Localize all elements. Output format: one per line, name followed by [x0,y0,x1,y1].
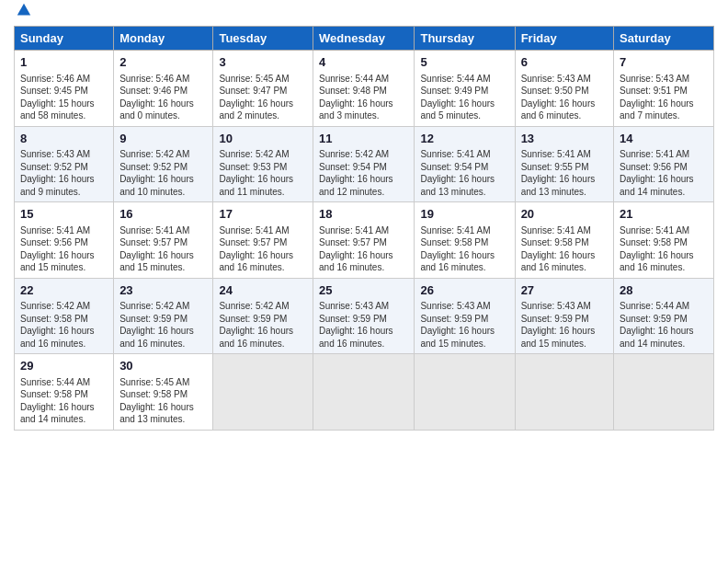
calendar-cell: 7Sunrise: 5:43 AMSunset: 9:51 PMDaylight… [614,51,714,127]
sunset-text: Sunset: 9:58 PM [20,314,88,324]
daylight-text: Daylight: 16 hours and 16 minutes. [319,250,393,273]
sunrise-text: Sunrise: 5:41 AM [20,225,90,236]
calendar-cell: 2Sunrise: 5:46 AMSunset: 9:46 PMDaylight… [114,51,213,127]
sunset-text: Sunset: 9:47 PM [219,86,287,96]
calendar-cell: 15Sunrise: 5:41 AMSunset: 9:56 PMDayligh… [15,202,114,279]
day-number: 3 [219,54,307,71]
daylight-text: Daylight: 16 hours and 16 minutes. [620,250,694,273]
daylight-text: Daylight: 16 hours and 0 minutes. [119,98,194,121]
sunset-text: Sunset: 9:58 PM [521,237,589,247]
calendar-cell: 21Sunrise: 5:41 AMSunset: 9:58 PMDayligh… [614,202,714,279]
calendar-week-row: 22Sunrise: 5:42 AMSunset: 9:58 PMDayligh… [15,278,714,354]
sunset-text: Sunset: 9:57 PM [119,237,188,247]
calendar-cell: 29Sunrise: 5:44 AMSunset: 9:58 PMDayligh… [15,354,114,431]
daylight-text: Daylight: 16 hours and 13 minutes. [521,174,596,197]
calendar-week-row: 8Sunrise: 5:43 AMSunset: 9:52 PMDaylight… [15,126,714,202]
sunset-text: Sunset: 9:45 PM [20,86,88,96]
calendar-cell [515,354,613,431]
calendar-cell: 20Sunrise: 5:41 AMSunset: 9:58 PMDayligh… [515,202,613,279]
daylight-text: Daylight: 16 hours and 16 minutes. [20,326,95,349]
calendar-cell: 8Sunrise: 5:43 AMSunset: 9:52 PMDaylight… [15,126,114,202]
sunrise-text: Sunrise: 5:41 AM [620,149,689,159]
sunrise-text: Sunrise: 5:41 AM [521,225,591,236]
daylight-text: Daylight: 16 hours and 13 minutes. [119,402,194,425]
calendar-cell: 30Sunrise: 5:45 AMSunset: 9:58 PMDayligh… [114,354,213,431]
day-number: 28 [620,282,708,299]
day-number: 4 [319,54,408,71]
calendar-table: SundayMondayTuesdayWednesdayThursdayFrid… [14,26,714,431]
sunset-text: Sunset: 9:59 PM [219,314,287,324]
sunset-text: Sunset: 9:58 PM [620,237,688,247]
calendar-cell: 16Sunrise: 5:41 AMSunset: 9:57 PMDayligh… [114,202,213,279]
calendar-cell: 23Sunrise: 5:42 AMSunset: 9:59 PMDayligh… [114,278,213,354]
day-number: 9 [119,131,207,147]
sunrise-text: Sunrise: 5:41 AM [620,225,689,236]
day-number: 19 [420,206,508,223]
sunrise-text: Sunrise: 5:42 AM [219,301,289,311]
day-number: 15 [20,206,108,223]
calendar-cell: 13Sunrise: 5:41 AMSunset: 9:55 PMDayligh… [515,126,613,202]
day-number: 14 [620,131,708,147]
calendar-cell: 28Sunrise: 5:44 AMSunset: 9:59 PMDayligh… [614,278,714,354]
calendar-day-header: Wednesday [313,27,415,51]
sunrise-text: Sunrise: 5:43 AM [521,301,591,311]
sunrise-text: Sunrise: 5:44 AM [319,74,389,84]
day-number: 7 [620,54,708,71]
sunset-text: Sunset: 9:50 PM [521,86,589,96]
daylight-text: Daylight: 16 hours and 16 minutes. [521,250,596,273]
logo-icon [16,2,32,18]
sunrise-text: Sunrise: 5:41 AM [420,225,490,236]
calendar-day-header: Thursday [415,27,515,51]
day-number: 26 [420,282,508,299]
sunrise-text: Sunrise: 5:43 AM [620,74,689,84]
sunset-text: Sunset: 9:56 PM [20,237,88,247]
sunrise-text: Sunrise: 5:41 AM [521,149,591,159]
sunrise-text: Sunrise: 5:43 AM [319,301,389,311]
daylight-text: Daylight: 16 hours and 14 minutes. [620,326,694,349]
day-number: 23 [119,282,207,299]
sunset-text: Sunset: 9:54 PM [319,162,387,172]
sunrise-text: Sunrise: 5:45 AM [219,74,289,84]
day-number: 16 [119,206,207,223]
logo [14,9,32,18]
day-number: 12 [420,131,508,147]
calendar-cell: 9Sunrise: 5:42 AMSunset: 9:52 PMDaylight… [114,126,213,202]
daylight-text: Daylight: 16 hours and 3 minutes. [319,98,393,121]
sunrise-text: Sunrise: 5:41 AM [119,225,189,236]
calendar-cell: 10Sunrise: 5:42 AMSunset: 9:53 PMDayligh… [213,126,313,202]
calendar-cell: 22Sunrise: 5:42 AMSunset: 9:58 PMDayligh… [15,278,114,354]
sunset-text: Sunset: 9:52 PM [20,162,88,172]
sunrise-text: Sunrise: 5:44 AM [20,377,90,387]
daylight-text: Daylight: 16 hours and 15 minutes. [420,326,495,349]
day-number: 13 [521,131,608,147]
daylight-text: Daylight: 16 hours and 13 minutes. [420,174,495,197]
sunset-text: Sunset: 9:59 PM [420,314,488,324]
svg-marker-0 [17,4,30,16]
daylight-text: Daylight: 16 hours and 12 minutes. [319,174,393,197]
header [14,9,714,18]
calendar-week-row: 29Sunrise: 5:44 AMSunset: 9:58 PMDayligh… [15,354,714,431]
calendar-day-header: Tuesday [213,27,313,51]
sunrise-text: Sunrise: 5:46 AM [119,74,189,84]
sunset-text: Sunset: 9:57 PM [319,237,387,247]
day-number: 10 [219,131,307,147]
daylight-text: Daylight: 16 hours and 16 minutes. [319,326,393,349]
daylight-text: Daylight: 15 hours and 58 minutes. [20,98,95,121]
day-number: 1 [20,54,108,71]
day-number: 2 [119,54,207,71]
sunrise-text: Sunrise: 5:44 AM [420,74,490,84]
calendar-cell [313,354,415,431]
calendar-cell: 17Sunrise: 5:41 AMSunset: 9:57 PMDayligh… [213,202,313,279]
sunrise-text: Sunrise: 5:45 AM [119,377,189,387]
calendar-week-row: 1Sunrise: 5:46 AMSunset: 9:45 PMDaylight… [15,51,714,127]
sunset-text: Sunset: 9:59 PM [119,314,188,324]
calendar-cell: 26Sunrise: 5:43 AMSunset: 9:59 PMDayligh… [415,278,515,354]
daylight-text: Daylight: 16 hours and 14 minutes. [20,402,95,425]
sunrise-text: Sunrise: 5:46 AM [20,74,90,84]
day-number: 22 [20,282,108,299]
sunrise-text: Sunrise: 5:42 AM [219,149,289,159]
daylight-text: Daylight: 16 hours and 14 minutes. [620,174,694,197]
sunset-text: Sunset: 9:53 PM [219,162,287,172]
day-number: 8 [20,131,108,147]
daylight-text: Daylight: 16 hours and 15 minutes. [20,250,95,273]
